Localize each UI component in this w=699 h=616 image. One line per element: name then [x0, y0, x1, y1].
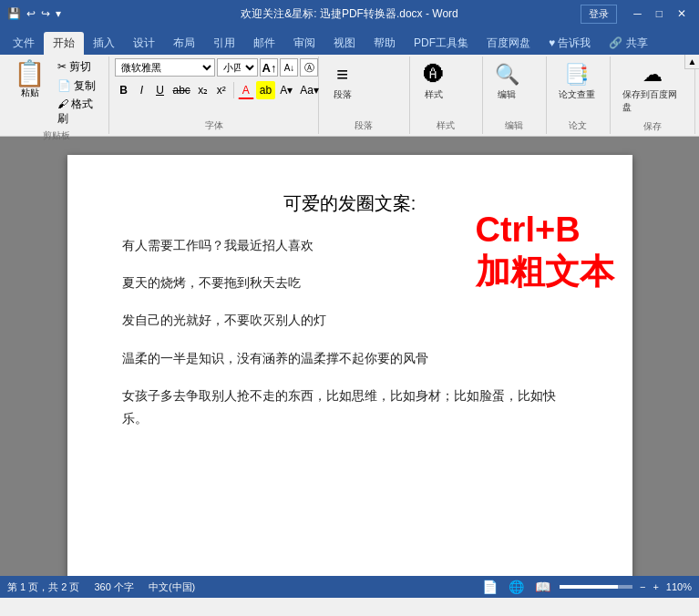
document-area: 可爱的发圈文案: 有人需要工作吗？我最近招人喜欢 夏天的烧烤，不要拖到秋天去吃 … — [0, 137, 699, 576]
clipboard-label: 剪贴板 — [9, 129, 103, 142]
tab-view[interactable]: 视图 — [324, 32, 365, 55]
paragraph-content: ≡ 段落 — [324, 58, 361, 118]
format-painter-button[interactable]: 🖌 格式刷 — [54, 96, 103, 128]
zoom-slider-fill — [560, 585, 618, 589]
clear-format-button[interactable]: Ⓐ — [300, 58, 318, 77]
font-color-button[interactable]: A — [238, 81, 254, 99]
minimize-button[interactable]: ─ — [628, 5, 647, 22]
superscript-button[interactable]: x² — [213, 81, 230, 99]
print-view-button[interactable]: 📄 — [480, 580, 499, 594]
font-section: 微软雅黑 小四 四号 三号 A↑ A↓ Ⓐ B I U abc x₂ x² A — [109, 56, 318, 134]
style-section-label: 样式 — [416, 119, 477, 132]
save-section: ☁ 保存到百度网盘 保存 — [611, 56, 695, 134]
login-button[interactable]: 登录 — [581, 5, 617, 24]
cut-button[interactable]: ✂ 剪切 — [54, 58, 103, 77]
style-icon: 🅐 — [424, 63, 444, 87]
thesis-check-button[interactable]: 📑 论文查重 — [552, 58, 601, 106]
tab-baidu[interactable]: 百度网盘 — [478, 32, 540, 55]
save-content: ☁ 保存到百度网盘 — [616, 58, 689, 118]
strikethrough-button[interactable]: abc — [170, 81, 192, 99]
clipboard-content: 📋 粘贴 ✂ 剪切 📄 复制 🖌 格式刷 — [9, 58, 103, 128]
ribbon-tabs: 文件 开始 插入 设计 布局 引用 邮件 审阅 视图 帮助 PDF工具集 百度网… — [0, 27, 699, 55]
edit-icon: 🔍 — [495, 63, 519, 87]
document-page[interactable]: 可爱的发圈文案: 有人需要工作吗？我最近招人喜欢 夏天的烧烤，不要拖到秋天去吃 … — [67, 155, 632, 576]
overlay-line2: 加粗文本 — [476, 252, 614, 293]
title-bar-left: 💾 ↩ ↪ ▾ — [7, 7, 61, 20]
font-controls: 微软雅黑 小四 四号 三号 A↑ A↓ Ⓐ B I U abc x₂ x² A — [115, 58, 321, 118]
copy-button[interactable]: 📄 复制 — [54, 77, 103, 96]
tab-references[interactable]: 引用 — [204, 32, 244, 55]
underline-button[interactable]: U — [151, 81, 168, 99]
edit-label: 编辑 — [498, 88, 516, 101]
tab-share[interactable]: 🔗 共享 — [600, 32, 656, 55]
zoom-slider[interactable] — [560, 585, 632, 589]
thesis-section-label: 论文 — [552, 119, 604, 132]
paragraph-section-label: 段落 — [324, 119, 404, 132]
grow-font-button[interactable]: A↑ — [260, 58, 278, 77]
close-button[interactable]: ✕ — [672, 5, 692, 22]
tab-layout[interactable]: 布局 — [164, 32, 204, 55]
title-bar-title: 欢迎关注&星标: 迅捷PDF转换器.docx - Word — [241, 6, 457, 22]
bold-button[interactable]: B — [115, 81, 131, 99]
edit-section-label: 编辑 — [488, 119, 540, 132]
edit-section: 🔍 编辑 编辑 — [483, 56, 547, 134]
tab-file[interactable]: 文件 — [4, 32, 44, 55]
tab-pdf[interactable]: PDF工具集 — [405, 32, 478, 55]
paste-icon: 📋 — [14, 61, 46, 87]
zoom-minus-button[interactable]: − — [640, 581, 645, 592]
ribbon-collapse-button[interactable]: ▲ — [684, 55, 699, 69]
italic-button[interactable]: I — [133, 81, 149, 99]
thesis-check-icon: 📑 — [564, 63, 589, 87]
tab-review[interactable]: 审阅 — [284, 32, 324, 55]
font-name-select[interactable]: 微软雅黑 — [115, 58, 215, 77]
save-baidu-icon: ☁ — [642, 63, 663, 87]
redo-icon[interactable]: ↪ — [41, 7, 50, 20]
paragraph-label: 段落 — [334, 88, 352, 101]
font-color2-button[interactable]: A▾ — [277, 81, 295, 99]
ribbon: 📋 粘贴 ✂ 剪切 📄 复制 🖌 格式刷 剪贴板 微软雅黑 小四 四号 三号 — [0, 55, 699, 137]
web-view-button[interactable]: 🌐 — [507, 580, 526, 594]
zoom-level: 110% — [666, 581, 692, 592]
edit-button[interactable]: 🔍 编辑 — [488, 58, 526, 106]
format-buttons-row: B I U abc x₂ x² A ab A▾ Aa▾ — [115, 81, 321, 99]
page-info: 第 1 页，共 2 页 — [7, 580, 79, 594]
word-count: 360 个字 — [94, 580, 133, 594]
tab-tell[interactable]: ♥ 告诉我 — [540, 32, 600, 55]
restore-button[interactable]: □ — [651, 5, 668, 22]
subscript-button[interactable]: x₂ — [195, 81, 211, 99]
status-bar: 第 1 页，共 2 页 360 个字 中文(中国) 📄 🌐 📖 − + 110% — [0, 576, 699, 598]
thesis-section: 📑 论文查重 论文 — [547, 56, 611, 134]
zoom-plus-button[interactable]: + — [653, 581, 658, 592]
ctrl-b-overlay: Ctrl+B 加粗文本 — [476, 210, 614, 293]
thesis-content: 📑 论文查重 — [552, 58, 601, 118]
overlay-line1: Ctrl+B — [476, 210, 614, 252]
tab-mailings[interactable]: 邮件 — [244, 32, 284, 55]
doc-line-3: 发自己的光就好，不要吹灭别人的灯 — [122, 309, 578, 332]
paragraph-button[interactable]: ≡ 段落 — [324, 58, 361, 106]
font-size-select[interactable]: 小四 四号 三号 — [217, 58, 258, 77]
save-baidu-button[interactable]: ☁ 保存到百度网盘 — [616, 58, 689, 118]
undo-icon[interactable]: ↩ — [26, 7, 36, 20]
customize-icon[interactable]: ▾ — [56, 7, 61, 20]
style-section: 🅐 样式 样式 — [410, 56, 483, 134]
font-name-row: 微软雅黑 小四 四号 三号 A↑ A↓ Ⓐ — [115, 58, 321, 77]
shrink-font-button[interactable]: A↓ — [280, 58, 298, 77]
save-section-label: 保存 — [616, 120, 689, 133]
language: 中文(中国) — [149, 580, 195, 594]
tab-help[interactable]: 帮助 — [365, 32, 405, 55]
tab-design[interactable]: 设计 — [124, 32, 164, 55]
clipboard-small-buttons: ✂ 剪切 📄 复制 🖌 格式刷 — [54, 58, 103, 128]
paste-label: 粘贴 — [21, 87, 39, 99]
style-button[interactable]: 🅐 样式 — [416, 58, 452, 106]
tab-insert[interactable]: 插入 — [84, 32, 124, 55]
title-bar-controls: 登录 ─ □ ✕ — [581, 5, 692, 24]
word-icon: 💾 — [7, 7, 21, 20]
paste-button[interactable]: 📋 粘贴 — [9, 58, 50, 102]
divider — [233, 82, 234, 98]
edit-content: 🔍 编辑 — [488, 58, 526, 118]
paragraph-icon: ≡ — [336, 63, 348, 87]
tab-home[interactable]: 开始 — [44, 32, 84, 55]
read-view-button[interactable]: 📖 — [533, 580, 552, 594]
save-baidu-label: 保存到百度网盘 — [622, 88, 683, 114]
highlight-button[interactable]: ab — [256, 81, 275, 99]
